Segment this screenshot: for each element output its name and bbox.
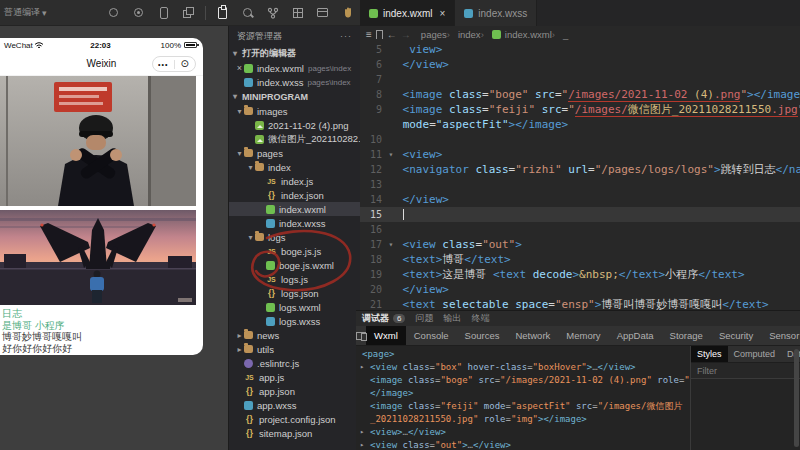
- problems-tab[interactable]: 问题: [415, 312, 433, 325]
- code-line[interactable]: 15: [360, 207, 800, 222]
- back-icon[interactable]: ←: [387, 29, 397, 40]
- debugger-tab[interactable]: 调试器 6: [362, 312, 405, 325]
- devtools-tab-Memory[interactable]: Memory: [558, 326, 608, 345]
- styles-tab-Computed[interactable]: Computed: [728, 346, 782, 362]
- code-area[interactable]: 5 view>6 </view>78 <image class="boge" s…: [360, 42, 800, 310]
- code-line[interactable]: 12 <navigator class="rizhi" url="/pages/…: [360, 162, 800, 177]
- tree-item-logs.wxml[interactable]: logs.wxml: [229, 300, 360, 314]
- wxml-tree-node[interactable]: ▸<view class="box" hover-class="boxHover…: [360, 361, 690, 374]
- code-line[interactable]: 11▾ <view>: [360, 147, 800, 162]
- tree-item-logs.wxss[interactable]: logs.wxss: [229, 314, 360, 328]
- tree-item-boge.js.wxml[interactable]: boge.js.wxml: [229, 258, 360, 272]
- modules-grid-icon[interactable]: [287, 4, 308, 22]
- scrollbar[interactable]: [794, 349, 799, 447]
- menu-icon[interactable]: ≡: [366, 29, 372, 40]
- code-line[interactable]: 14 </view>: [360, 192, 800, 207]
- devtools-tab-Sensor[interactable]: Sensor: [761, 326, 800, 345]
- tree-item-.eslintrc.js[interactable]: .eslintrc.js: [229, 356, 360, 370]
- forward-icon[interactable]: →: [401, 29, 411, 40]
- tree-item-2021-11-02 (4).png[interactable]: 2021-11-02 (4).png: [229, 118, 360, 132]
- more-actions-icon[interactable]: ···: [340, 31, 352, 41]
- code-line[interactable]: 9 <image class="feiji" src="/images/微信图片…: [360, 102, 800, 117]
- code-line[interactable]: 20 </view>: [360, 282, 800, 297]
- devtools-tab-Sources[interactable]: Sources: [457, 326, 508, 345]
- clipboard-icon[interactable]: [212, 4, 233, 22]
- open-editor-item[interactable]: ×index.wxmlpages\index: [229, 61, 360, 75]
- code-line[interactable]: 6 </view>: [360, 57, 800, 72]
- wxml-inspector-tree[interactable]: <page>▸<view class="box" hover-class="bo…: [356, 346, 690, 450]
- branch-icon[interactable]: [262, 4, 283, 22]
- tree-item-logs[interactable]: ▾logs: [229, 230, 360, 244]
- styles-filter-input[interactable]: Filter: [691, 363, 800, 379]
- tab-index-wxml[interactable]: index.wxml ×: [360, 0, 455, 26]
- open-editors-section[interactable]: ▾ 打开的编辑器: [229, 46, 360, 61]
- more-icon[interactable]: •••: [153, 61, 174, 68]
- code-line[interactable]: 8 <image class="boge" src="/images/2021-…: [360, 87, 800, 102]
- code-line[interactable]: 7: [360, 72, 800, 87]
- code-line[interactable]: 19 <text>这是博哥 <text decode>&nbsp;</text>…: [360, 267, 800, 282]
- tree-item-index.json[interactable]: {}index.json: [229, 188, 360, 202]
- tab-index-wxss[interactable]: index.wxss: [455, 0, 537, 26]
- code-line[interactable]: mode="aspectFit"></image>: [360, 117, 800, 132]
- compile-icon[interactable]: [103, 4, 124, 22]
- code-line[interactable]: 13: [360, 177, 800, 192]
- hand-icon[interactable]: [337, 4, 358, 22]
- code-line[interactable]: 18 <text>博哥</text>: [360, 252, 800, 267]
- tree-item-app.json[interactable]: {}app.json: [229, 384, 360, 398]
- tree-item-index.js[interactable]: JSindex.js: [229, 174, 360, 188]
- devtools-tab-Wxml[interactable]: Wxml: [366, 326, 406, 345]
- devtools-tab-Storage[interactable]: Storage: [662, 326, 711, 345]
- tree-item-logs.json[interactable]: {}logs.json: [229, 286, 360, 300]
- tree-item-boge.js.js[interactable]: JSboge.js.js: [229, 244, 360, 258]
- code-line[interactable]: 16: [360, 222, 800, 237]
- tree-item-app.js[interactable]: JSapp.js: [229, 370, 360, 384]
- tree-item-sitemap.json[interactable]: {}sitemap.json: [229, 426, 360, 440]
- code-editor[interactable]: ≡ ← → pagesindexindex.wxml_ 5 view>6 </v…: [360, 26, 800, 310]
- breadcrumb-item[interactable]: _: [552, 29, 568, 40]
- archive-icon[interactable]: [312, 4, 333, 22]
- tree-item-index.wxml[interactable]: index.wxml: [229, 202, 360, 216]
- search-icon[interactable]: [237, 4, 258, 22]
- wxml-tree-node[interactable]: <page>: [360, 348, 690, 361]
- tree-item-index.wxss[interactable]: index.wxss: [229, 216, 360, 230]
- multi-window-icon[interactable]: [178, 4, 199, 22]
- home-target-icon[interactable]: ⊙: [175, 59, 196, 69]
- devtools-tab-Security[interactable]: Security: [711, 326, 761, 345]
- tree-item-utils[interactable]: ▸utils: [229, 342, 360, 356]
- devtools-tab-Network[interactable]: Network: [507, 326, 558, 345]
- tree-item-微信图片_202110282...[interactable]: 微信图片_202110282...: [229, 132, 360, 146]
- wxml-tree-node[interactable]: </image>: [360, 387, 690, 400]
- wxml-tree-node[interactable]: _20211028211550.jpg" role="img"></image>: [360, 413, 690, 426]
- code-line[interactable]: 21 <text selectable space="ensp">博哥叫博哥妙博…: [360, 297, 800, 310]
- wxml-tree-node[interactable]: <image class="boge" src="/images/2021-11…: [360, 374, 690, 387]
- log-nav-link[interactable]: 日志: [2, 308, 203, 320]
- code-line[interactable]: 5 view>: [360, 42, 800, 57]
- breadcrumb-item[interactable]: index.wxml: [481, 29, 552, 40]
- code-line[interactable]: 17▾ <view class="out">: [360, 237, 800, 252]
- breadcrumb-item[interactable]: index: [447, 29, 481, 40]
- tree-item-app.wxss[interactable]: app.wxss: [229, 398, 360, 412]
- wxml-tree-node[interactable]: ▸<view class="out">…</view>: [360, 439, 690, 450]
- tree-item-pages[interactable]: ▾pages: [229, 146, 360, 160]
- compile-mode-dropdown[interactable]: 普通编译 ▾: [4, 6, 47, 19]
- remote-debug-icon[interactable]: [153, 4, 174, 22]
- breadcrumb-item[interactable]: pages: [421, 29, 447, 40]
- tree-item-logs.js[interactable]: JSlogs.js: [229, 272, 360, 286]
- wxml-tree-node[interactable]: <image class="feiji" mode="aspectFit" sr…: [360, 400, 690, 413]
- project-section[interactable]: ▾ MINIPROGRAM: [229, 89, 360, 104]
- devtools-tab-AppData[interactable]: AppData: [609, 326, 662, 345]
- terminal-tab[interactable]: 终端: [471, 312, 489, 325]
- tree-item-index[interactable]: ▾index: [229, 160, 360, 174]
- capsule-menu[interactable]: ••• ⊙: [152, 56, 196, 72]
- preview-icon[interactable]: [128, 4, 149, 22]
- wxml-tree-node[interactable]: ▸<view>…</view>: [360, 426, 690, 439]
- device-toolbar-icon[interactable]: [356, 326, 366, 345]
- tree-item-project.config.json[interactable]: {}project.config.json: [229, 412, 360, 426]
- output-tab[interactable]: 输出: [443, 312, 461, 325]
- tree-item-news[interactable]: ▸news: [229, 328, 360, 342]
- tree-item-images[interactable]: ▾images: [229, 104, 360, 118]
- phone-screen[interactable]: WeChat 22:03 100% Weixin ••• ⊙: [0, 38, 203, 355]
- styles-tab-Styles[interactable]: Styles: [691, 346, 728, 362]
- bookmark-icon[interactable]: [376, 30, 383, 39]
- devtools-tab-Console[interactable]: Console: [406, 326, 457, 345]
